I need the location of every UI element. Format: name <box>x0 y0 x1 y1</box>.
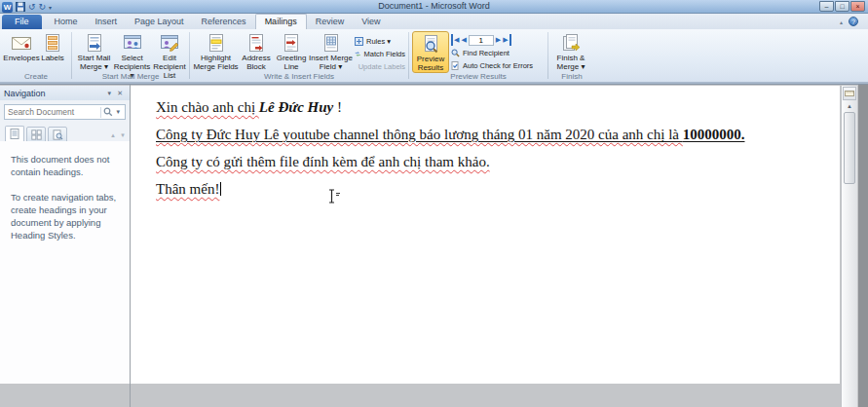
group-separator <box>547 32 548 79</box>
mouse-cursor-ibeam <box>328 189 342 204</box>
envelopes-button[interactable]: Envelopes <box>4 31 39 62</box>
insert-merge-field-button[interactable]: Insert Merge Field ▾ <box>309 31 353 71</box>
navigation-help-text: To create navigation tabs, create headin… <box>11 191 120 241</box>
minimize-ribbon-icon[interactable]: ▴ <box>840 18 843 25</box>
group-label-start-mail-merge: Start Mail Merge <box>73 72 188 81</box>
update-labels-icon <box>355 62 356 71</box>
tab-references[interactable]: References <box>193 15 255 29</box>
ribbon-tab-bar: File Home Insert Page Layout References … <box>0 14 868 29</box>
labels-button[interactable]: Labels <box>39 31 66 62</box>
next-heading-icon[interactable]: ▼ <box>120 132 126 138</box>
search-box[interactable]: ▾ <box>4 104 126 120</box>
navigation-empty-text: This document does not contain headings. <box>11 153 120 178</box>
match-fields-button[interactable]: Match Fields <box>353 48 407 60</box>
scrollbar-thumb[interactable] <box>844 112 855 184</box>
vertical-scrollbar[interactable]: ▲ <box>841 86 857 407</box>
highlight-merge-fields-button[interactable]: Highlight Merge Fields <box>193 31 239 71</box>
ribbon-group-write-insert-fields: Highlight Merge Fields Address Block <box>191 29 407 82</box>
record-navigator: ◀ ◀ ▶ ▶ <box>449 33 539 47</box>
group-label-finish: Finish <box>549 72 594 81</box>
greeting-line-button[interactable]: Greeting Line <box>274 31 309 71</box>
document-text: Xin chào anh chị Lê Đức Huy ! Công ty Đứ… <box>156 93 745 203</box>
browse-pages-icon <box>31 130 42 140</box>
tab-browse-pages[interactable] <box>26 127 46 142</box>
group-label-preview-results: Preview Results <box>410 72 547 81</box>
workspace: Navigation ▾ ✕ ▾ <box>0 84 868 407</box>
ruler-toggle-button[interactable] <box>843 87 856 100</box>
navigation-pane-close-icon[interactable]: ✕ <box>114 90 126 97</box>
find-recipient-icon <box>451 49 460 57</box>
document-line: Xin chào anh chị Lê Đức Huy ! <box>156 93 745 121</box>
maximize-button[interactable]: □ <box>835 1 849 12</box>
scroll-up-icon[interactable]: ▲ <box>842 100 857 112</box>
first-record-icon[interactable]: ◀ <box>451 34 459 46</box>
tab-file[interactable]: File <box>2 15 42 29</box>
tab-browse-headings[interactable] <box>5 126 24 142</box>
document-line: Công ty có gửi thêm file đính kèm để anh… <box>156 148 745 175</box>
tab-insert[interactable]: Insert <box>87 15 127 29</box>
help-icon[interactable]: ? <box>849 17 858 26</box>
tab-view[interactable]: View <box>353 15 389 29</box>
preview-results-button[interactable]: Preview Results <box>412 31 449 73</box>
browse-headings-icon <box>10 129 19 139</box>
ribbon-group-finish: Finish & Merge ▾ Finish <box>549 29 594 82</box>
document-line: Thân mến! <box>156 175 745 203</box>
previous-record-icon[interactable]: ◀ <box>461 34 466 46</box>
search-options-icon[interactable]: ▾ <box>113 108 123 116</box>
edit-recipient-list-icon <box>159 33 180 53</box>
ribbon-group-start-mail-merge: Start Mail Merge ▾ Select Recipients ▾ <box>73 29 188 82</box>
auto-check-errors-button[interactable]: Auto Check for Errors <box>449 59 539 72</box>
navigation-pane-title: Navigation <box>4 89 46 98</box>
highlight-merge-fields-icon <box>207 33 226 53</box>
merge-field-name: Lê Đức Huy <box>259 99 333 115</box>
group-separator <box>71 32 72 79</box>
rules-button[interactable]: Rules ▾ <box>353 35 407 48</box>
last-record-icon[interactable]: ▶ <box>503 34 510 46</box>
start-mail-merge-icon <box>85 33 104 53</box>
next-record-icon[interactable]: ▶ <box>496 34 501 46</box>
navigation-pane: Navigation ▾ ✕ ▾ <box>0 86 130 384</box>
navigation-pane-menu-icon[interactable]: ▾ <box>105 90 115 97</box>
tab-mailings[interactable]: Mailings <box>255 14 307 29</box>
text-cursor <box>220 182 221 196</box>
search-icon[interactable] <box>103 107 113 117</box>
group-separator <box>189 32 190 79</box>
tab-review[interactable]: Review <box>307 15 354 29</box>
title-bar: W ↺ ↻ ▾ Document1 - Microsoft Word – □ × <box>0 0 868 14</box>
document-page[interactable]: Xin chào anh chị Lê Đức Huy ! Công ty Đứ… <box>131 86 840 384</box>
window-edge <box>858 85 868 407</box>
group-label-create: Create <box>2 72 70 81</box>
window-controls: – □ × <box>819 1 865 12</box>
address-block-button[interactable]: Address Block <box>239 31 274 71</box>
envelope-icon <box>11 33 32 53</box>
tab-home[interactable]: Home <box>46 15 87 29</box>
group-separator <box>408 32 409 79</box>
minimize-button[interactable]: – <box>819 1 834 12</box>
ribbon-group-preview-results: Preview Results ◀ ◀ ▶ ▶ Find Recipient <box>410 29 547 82</box>
tab-browse-results[interactable] <box>48 127 67 142</box>
search-input[interactable] <box>5 107 98 117</box>
finish-merge-button[interactable]: Finish & Merge ▾ <box>551 31 590 71</box>
document-line: Công ty Đức Huy Lê youtube channel thông… <box>156 121 745 148</box>
auto-check-errors-icon <box>451 61 460 70</box>
greeting-line-icon <box>282 33 301 53</box>
navigation-pane-body: This document does not contain headings.… <box>0 141 130 384</box>
browse-results-icon <box>53 130 63 140</box>
start-mail-merge-button[interactable]: Start Mail Merge ▾ <box>75 31 113 71</box>
find-recipient-button[interactable]: Find Recipient <box>449 47 539 59</box>
ruler-icon <box>845 90 854 97</box>
window-title: Document1 - Microsoft Word <box>0 1 868 11</box>
record-number-input[interactable] <box>469 35 494 46</box>
tab-page-layout[interactable]: Page Layout <box>126 15 193 29</box>
insert-merge-field-icon <box>321 33 341 53</box>
preview-results-icon <box>421 34 440 54</box>
previous-heading-icon[interactable]: ▲ <box>110 132 116 138</box>
ribbon: Envelopes Labels Create <box>0 29 868 84</box>
ribbon-group-create: Envelopes Labels Create <box>2 29 70 82</box>
finish-merge-icon <box>560 33 582 53</box>
salary-amount: 10000000. <box>683 127 745 142</box>
close-button[interactable]: × <box>850 1 865 12</box>
address-block-icon <box>246 33 266 53</box>
rules-icon <box>355 37 363 46</box>
select-recipients-icon <box>122 33 143 53</box>
